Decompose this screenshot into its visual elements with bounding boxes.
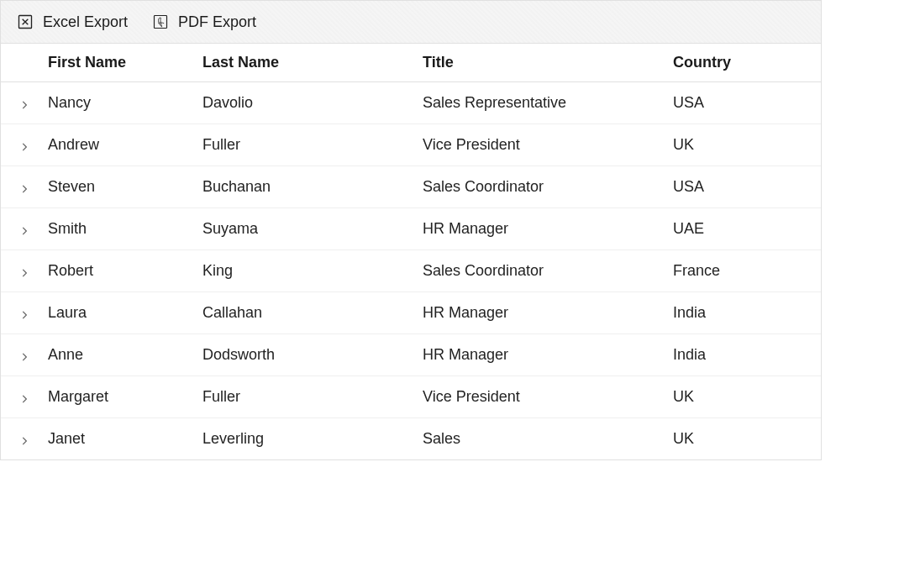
- chevron-right-icon[interactable]: [18, 139, 30, 151]
- expand-cell: [1, 391, 48, 403]
- cell-title: Sales Representative: [423, 94, 673, 112]
- cell-last-name: Fuller: [202, 136, 423, 154]
- expand-cell: [1, 349, 48, 361]
- cell-title: Sales Coordinator: [423, 262, 673, 280]
- expand-cell: [1, 139, 48, 151]
- pdf-icon: [151, 13, 170, 31]
- cell-country: France: [673, 262, 821, 280]
- chevron-right-icon[interactable]: [18, 349, 30, 361]
- header-last-name[interactable]: Last Name: [202, 54, 423, 71]
- cell-first-name: Andrew: [48, 136, 202, 154]
- table-row: StevenBuchananSales CoordinatorUSA: [1, 166, 821, 208]
- expand-cell: [1, 223, 48, 235]
- chevron-right-icon[interactable]: [18, 265, 30, 277]
- expand-cell: [1, 265, 48, 277]
- expand-cell: [1, 97, 48, 109]
- grid-container: Excel Export PDF Export First Name Last …: [0, 0, 822, 460]
- cell-first-name: Anne: [48, 346, 202, 364]
- cell-country: UK: [673, 136, 821, 154]
- cell-first-name: Laura: [48, 304, 202, 322]
- cell-first-name: Margaret: [48, 388, 202, 406]
- pdf-export-label: PDF Export: [178, 13, 256, 31]
- table-row: JanetLeverlingSalesUK: [1, 418, 821, 459]
- cell-title: HR Manager: [423, 304, 673, 322]
- cell-country: UK: [673, 430, 821, 448]
- chevron-right-icon[interactable]: [18, 307, 30, 319]
- cell-last-name: Callahan: [202, 304, 423, 322]
- cell-country: UAE: [673, 220, 821, 238]
- cell-first-name: Steven: [48, 178, 202, 196]
- table-row: MargaretFullerVice PresidentUK: [1, 376, 821, 418]
- expand-cell: [1, 433, 48, 445]
- table-row: NancyDavolioSales RepresentativeUSA: [1, 82, 821, 124]
- cell-country: UK: [673, 388, 821, 406]
- cell-title: Sales: [423, 430, 673, 448]
- expand-cell: [1, 307, 48, 319]
- excel-icon: [16, 13, 34, 31]
- grid-header: First Name Last Name Title Country: [1, 44, 821, 82]
- chevron-right-icon[interactable]: [18, 223, 30, 235]
- cell-country: USA: [673, 178, 821, 196]
- cell-first-name: Janet: [48, 430, 202, 448]
- grid-body: NancyDavolioSales RepresentativeUSAAndre…: [1, 82, 821, 459]
- cell-last-name: Davolio: [202, 94, 423, 112]
- cell-title: Vice President: [423, 136, 673, 154]
- cell-last-name: Dodsworth: [202, 346, 423, 364]
- chevron-right-icon[interactable]: [18, 433, 30, 445]
- pdf-export-button[interactable]: PDF Export: [151, 9, 256, 34]
- header-first-name[interactable]: First Name: [48, 54, 202, 71]
- cell-title: HR Manager: [423, 346, 673, 364]
- toolbar: Excel Export PDF Export: [1, 1, 821, 44]
- cell-first-name: Smith: [48, 220, 202, 238]
- table-row: AndrewFullerVice PresidentUK: [1, 124, 821, 166]
- table-row: SmithSuyamaHR ManagerUAE: [1, 208, 821, 250]
- chevron-right-icon[interactable]: [18, 391, 30, 403]
- cell-first-name: Robert: [48, 262, 202, 280]
- cell-last-name: Buchanan: [202, 178, 423, 196]
- chevron-right-icon[interactable]: [18, 97, 30, 109]
- cell-first-name: Nancy: [48, 94, 202, 112]
- chevron-right-icon[interactable]: [18, 181, 30, 193]
- header-country[interactable]: Country: [673, 54, 821, 71]
- table-row: LauraCallahanHR ManagerIndia: [1, 292, 821, 334]
- cell-last-name: King: [202, 262, 423, 280]
- cell-last-name: Leverling: [202, 430, 423, 448]
- cell-country: India: [673, 346, 821, 364]
- header-title[interactable]: Title: [423, 54, 673, 71]
- excel-export-button[interactable]: Excel Export: [16, 9, 128, 34]
- cell-title: Sales Coordinator: [423, 178, 673, 196]
- table-row: AnneDodsworthHR ManagerIndia: [1, 334, 821, 376]
- cell-last-name: Fuller: [202, 388, 423, 406]
- table-row: RobertKingSales CoordinatorFrance: [1, 250, 821, 292]
- cell-title: HR Manager: [423, 220, 673, 238]
- cell-last-name: Suyama: [202, 220, 423, 238]
- expand-cell: [1, 181, 48, 193]
- cell-country: India: [673, 304, 821, 322]
- excel-export-label: Excel Export: [43, 13, 128, 31]
- cell-country: USA: [673, 94, 821, 112]
- cell-title: Vice President: [423, 388, 673, 406]
